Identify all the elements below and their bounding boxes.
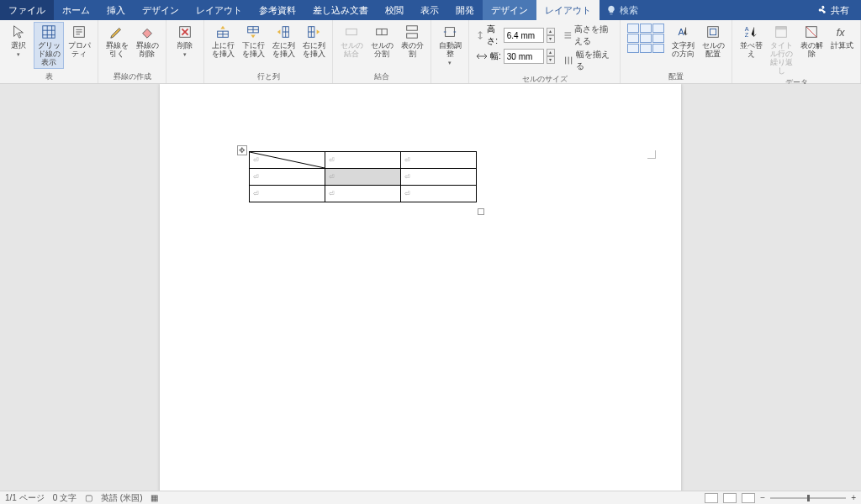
view-read-button[interactable] — [705, 493, 718, 503]
status-page[interactable]: 1/1 ページ — [5, 492, 45, 504]
ribbon: 選択▾ グリッド線の表示 プロパティ 表 罫線を引く 罫線の削除 罫線の — [0, 20, 861, 84]
zoom-slider[interactable] — [770, 497, 846, 499]
insert-right-button[interactable]: 右に列を挿入 — [298, 22, 329, 60]
view-web-button[interactable] — [742, 493, 755, 503]
properties-icon — [71, 24, 87, 39]
svg-rect-11 — [446, 28, 455, 37]
table-cell[interactable]: ⏎ — [401, 169, 477, 186]
view-print-button[interactable] — [723, 493, 737, 503]
width-up[interactable]: ▴ — [547, 49, 555, 56]
group-rows-cols: 上に行を挿入 下に行を挿入 左に列を挿入 右に列を挿入 行と列 — [204, 20, 333, 83]
split-table-button[interactable]: 表の分割 — [397, 22, 427, 60]
lightbulb-icon — [606, 5, 616, 15]
search-box[interactable]: 検索 — [600, 0, 645, 20]
tab-table-layout[interactable]: レイアウト — [536, 0, 600, 20]
height-up[interactable]: ▴ — [547, 28, 555, 35]
status-language[interactable]: 英語 (米国) — [101, 492, 142, 504]
share-button[interactable]: 共有 — [811, 0, 856, 20]
status-macro-icon[interactable]: ▦ — [151, 493, 158, 502]
status-proof-icon[interactable]: ▢ — [85, 493, 92, 502]
svg-text:A: A — [679, 27, 685, 37]
insert-above-button[interactable]: 上に行を挿入 — [208, 22, 238, 60]
formula-button[interactable]: fx 計算式 — [827, 22, 857, 52]
split-cells-icon — [374, 24, 389, 39]
status-bar: 1/1 ページ 0 文字 ▢ 英語 (米国) ▦ − + — [0, 491, 861, 504]
select-button[interactable]: 選択▾ — [3, 22, 34, 60]
group-delete: 削除▾ — [166, 20, 204, 83]
insert-left-button[interactable]: 左に列を挿入 — [268, 22, 298, 60]
tab-layout[interactable]: レイアウト — [188, 0, 251, 20]
tab-references[interactable]: 参考資料 — [251, 0, 304, 20]
delete-button[interactable]: 削除▾ — [170, 22, 200, 60]
text-direction-button[interactable]: A 文字列の方向 — [668, 22, 698, 60]
svg-rect-9 — [407, 26, 418, 30]
zoom-thumb[interactable] — [807, 495, 810, 501]
table-row: ⏎⏎⏎ — [250, 152, 477, 169]
formula-icon: fx — [834, 24, 849, 39]
height-down[interactable]: ▾ — [547, 35, 555, 43]
insert-left-icon — [276, 24, 291, 39]
table-row: ⏎⏎⏎ — [250, 169, 477, 186]
autofit-button[interactable]: 自動調整▾ — [435, 22, 465, 67]
cell-margins-icon — [705, 24, 721, 39]
svg-line-21 — [250, 152, 325, 168]
height-label: 高さ: — [487, 24, 501, 47]
search-placeholder: 検索 — [620, 4, 638, 17]
dist-rows-icon — [563, 29, 573, 41]
group-label-table: 表 — [3, 71, 94, 83]
group-merge: セルの結合 セルの分割 表の分割 結合 — [333, 20, 431, 83]
table[interactable]: ⏎⏎⏎ ⏎⏎⏎ ⏎⏎⏎ — [249, 151, 477, 202]
svg-rect-14 — [710, 29, 716, 34]
tab-file[interactable]: ファイル — [0, 0, 54, 20]
distribute-rows-button[interactable]: 高さを揃える — [563, 24, 613, 47]
group-data: AZ 並べ替え タイトル行の繰り返し 表の解除 fx 計算式 データ — [732, 20, 861, 83]
status-words[interactable]: 0 文字 — [53, 492, 77, 504]
width-label: 幅: — [490, 50, 501, 62]
split-cells-button[interactable]: セルの分割 — [367, 22, 397, 60]
height-input[interactable] — [504, 28, 544, 43]
draw-border-button[interactable]: 罫線を引く — [102, 22, 132, 60]
split-table-icon — [404, 24, 420, 39]
table-resize-handle[interactable] — [478, 208, 484, 215]
zoom-out-button[interactable]: − — [760, 493, 765, 502]
repeat-header-button: タイトル行の繰り返し — [766, 22, 796, 77]
repeat-icon — [774, 24, 789, 39]
grid-icon — [41, 24, 56, 39]
group-cell-size: 高さ: ▴▾ 幅: ▴▾ 高さを揃える 幅を揃える セルのサイズ — [469, 20, 621, 83]
document-area[interactable]: ✥ ⏎⏎⏎ ⏎⏎⏎ ⏎⏎⏎ — [0, 84, 861, 491]
svg-rect-10 — [407, 34, 418, 38]
table-cell[interactable]: ⏎ — [401, 152, 477, 169]
convert-button[interactable]: 表の解除 — [796, 22, 827, 60]
distribute-cols-button[interactable]: 幅を揃える — [563, 49, 613, 72]
gridlines-button[interactable]: グリッド線の表示 — [34, 22, 64, 69]
tab-table-design[interactable]: デザイン — [483, 0, 536, 20]
tab-mailings[interactable]: 差し込み文書 — [304, 0, 377, 20]
group-label-align: 配置 — [624, 71, 728, 83]
tab-review[interactable]: 校閲 — [377, 0, 412, 20]
tab-view[interactable]: 表示 — [412, 0, 447, 20]
table-cell[interactable]: ⏎ — [250, 186, 325, 202]
svg-text:fx: fx — [837, 27, 845, 39]
tab-insert[interactable]: 挿入 — [98, 0, 134, 20]
width-input[interactable] — [504, 49, 544, 64]
table-cell[interactable]: ⏎ — [250, 169, 325, 186]
sort-button[interactable]: AZ 並べ替え — [736, 22, 766, 60]
table-cell[interactable]: ⏎ — [325, 152, 401, 169]
tab-design[interactable]: デザイン — [134, 0, 188, 20]
tab-developer[interactable]: 開発 — [447, 0, 483, 20]
width-down[interactable]: ▾ — [547, 56, 555, 64]
table-cell-selected[interactable]: ⏎ — [325, 169, 401, 186]
insert-below-button[interactable]: 下に行を挿入 — [238, 22, 268, 60]
table-cell[interactable]: ⏎ — [401, 186, 477, 202]
eraser-icon — [140, 24, 155, 39]
table-move-handle[interactable]: ✥ — [237, 145, 247, 155]
tab-home[interactable]: ホーム — [54, 0, 98, 20]
svg-rect-17 — [776, 27, 787, 30]
table-cell[interactable]: ⏎ — [250, 152, 325, 169]
cell-margins-button[interactable]: セルの配置 — [698, 22, 728, 60]
table-cell[interactable]: ⏎ — [325, 186, 401, 202]
erase-border-button[interactable]: 罫線の削除 — [132, 22, 162, 60]
alignment-grid[interactable] — [627, 24, 664, 53]
properties-button[interactable]: プロパティ — [64, 22, 94, 60]
zoom-in-button[interactable]: + — [851, 493, 856, 502]
